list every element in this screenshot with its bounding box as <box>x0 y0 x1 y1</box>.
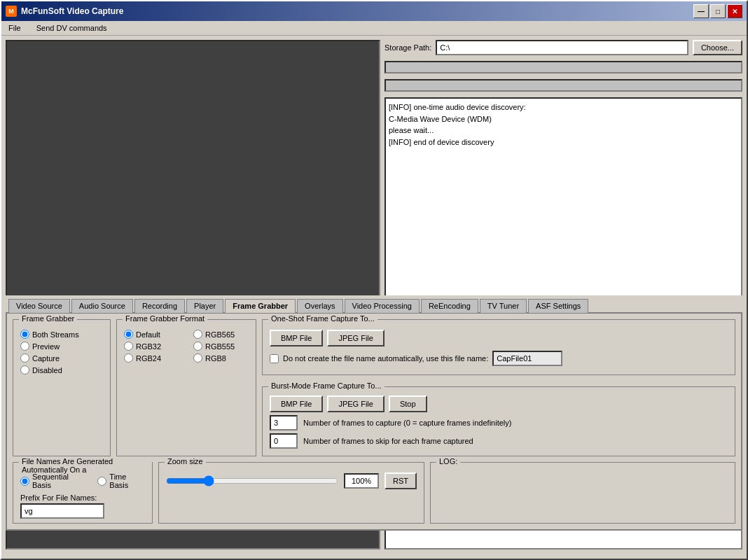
burst-title: Burst-Mode Frame Capture To... <box>268 382 385 390</box>
tab-frame-grabber[interactable]: Frame Grabber <box>225 299 296 313</box>
choose-button[interactable]: Choose... <box>693 40 742 55</box>
storage-path-input[interactable] <box>436 40 688 55</box>
capture-frames-row: Number of frames to capture (0 = capture… <box>270 415 728 430</box>
tab-content-frame-grabber: Frame Grabber Both Streams Preview Ca <box>6 312 742 531</box>
one-shot-checkbox-row: Do not create the file name automaticall… <box>270 351 728 366</box>
zoom-slider[interactable] <box>166 474 338 488</box>
radio-rgb555-input[interactable] <box>193 342 202 351</box>
radio-rgb24[interactable]: RGB24 <box>124 354 179 363</box>
radio-default[interactable]: Default <box>124 330 179 339</box>
zoom-box: Zoom size 100% RST <box>158 462 424 524</box>
prefix-label: Prefix For File Names: <box>20 493 145 502</box>
frames-skip-input[interactable] <box>270 433 298 449</box>
burst-bmp-button[interactable]: BMP File <box>270 396 323 412</box>
menu-bar: File Send DV commands <box>1 21 747 36</box>
window-title: McFunSoft Video Capture <box>21 6 693 16</box>
tab-video-processing[interactable]: Video Processing <box>345 299 420 313</box>
close-button[interactable]: ✕ <box>727 4 742 18</box>
burst-jpeg-button[interactable]: JPEG File <box>327 396 385 412</box>
menu-send-dv[interactable]: Send DV commands <box>32 22 111 34</box>
frame-grabber-options: Both Streams Preview Capture Disabl <box>20 330 103 374</box>
one-shot-box: One-Shot Frame Capture To... BMP File JP… <box>262 319 735 375</box>
prefix-input[interactable] <box>20 503 104 519</box>
tab-player[interactable]: Player <box>186 299 223 313</box>
burst-buttons: BMP File JPEG File Stop <box>270 396 728 412</box>
tabs-area: Video Source Audio Source Recording Play… <box>1 295 747 559</box>
filenames-box: File Names Are Generated Automatically O… <box>13 462 153 524</box>
bottom-row: File Names Are Generated Automatically O… <box>13 462 735 524</box>
radio-both-streams-input[interactable] <box>20 330 29 339</box>
prefix-area: Prefix For File Names: <box>20 493 145 519</box>
frame-grabber-title: Frame Grabber <box>19 314 77 323</box>
radio-rgb8[interactable]: RGB8 <box>193 354 249 363</box>
fg-top-row: Frame Grabber Both Streams Preview Ca <box>13 319 735 456</box>
minimize-button[interactable]: — <box>693 4 709 18</box>
filenames-options: Sequential Basis Time Basis <box>20 472 145 489</box>
tab-overlays[interactable]: Overlays <box>297 299 342 313</box>
one-shot-jpeg-button[interactable]: JPEG File <box>327 330 385 346</box>
tab-reencoding[interactable]: ReEncoding <box>421 299 478 313</box>
radio-disabled-input[interactable] <box>20 365 29 374</box>
radio-rgb565-input[interactable] <box>193 330 202 339</box>
one-shot-checkbox[interactable] <box>270 354 279 363</box>
zoom-percent: 100% <box>344 473 379 489</box>
radio-rgb555[interactable]: RGB555 <box>193 342 249 351</box>
radio-rgb565[interactable]: RGB565 <box>193 330 249 339</box>
log-bottom: LOG: <box>430 462 735 524</box>
one-shot-bmp-button[interactable]: BMP File <box>270 330 323 346</box>
main-window: M McFunSoft Video Capture — □ ✕ File Sen… <box>0 0 748 560</box>
radio-capture[interactable]: Capture <box>20 354 103 363</box>
radio-rgb8-input[interactable] <box>193 354 202 363</box>
radio-sequential[interactable]: Sequential Basis <box>20 472 86 489</box>
title-bar: M McFunSoft Video Capture — □ ✕ <box>1 1 747 21</box>
frames-capture-label: Number of frames to capture (0 = capture… <box>303 419 511 427</box>
tab-video-source[interactable]: Video Source <box>8 299 70 313</box>
frame-grabber-box: Frame Grabber Both Streams Preview Ca <box>13 319 111 456</box>
tab-bar: Video Source Audio Source Recording Play… <box>6 295 742 312</box>
one-shot-checkbox-label: Do not create the file name automaticall… <box>283 354 488 363</box>
app-icon: M <box>6 6 17 17</box>
radio-sequential-input[interactable] <box>20 477 29 486</box>
burst-mode-box: Burst-Mode Frame Capture To... BMP File … <box>262 386 735 456</box>
frame-format-title: Frame Grabber Format <box>123 314 207 323</box>
zoom-row: 100% RST <box>166 472 417 489</box>
menu-file[interactable]: File <box>4 22 25 34</box>
tab-recording[interactable]: Recording <box>134 299 185 313</box>
radio-preview-input[interactable] <box>20 342 29 351</box>
restore-button[interactable]: □ <box>710 4 726 18</box>
one-shot-title: One-Shot Frame Capture To... <box>268 314 378 323</box>
one-shot-filename-input[interactable] <box>492 351 562 366</box>
log-text: [INFO] one-time audio device discovery: … <box>389 103 526 146</box>
radio-time-basis[interactable]: Time Basis <box>97 472 145 489</box>
frame-format-box: Frame Grabber Format Default RGB565 R <box>116 319 256 456</box>
radio-rgb24-input[interactable] <box>124 354 133 363</box>
progress-bar-1 <box>385 61 742 74</box>
filenames-title: File Names Are Generated Automatically O… <box>19 457 152 474</box>
tab-tv-tuner[interactable]: TV Tuner <box>480 299 527 313</box>
radio-disabled[interactable]: Disabled <box>20 365 103 374</box>
log-bottom-title: LOG: <box>436 457 460 465</box>
storage-row: Storage Path: Choose... <box>385 40 742 55</box>
storage-label: Storage Path: <box>385 43 431 52</box>
window-controls: — □ ✕ <box>693 4 742 18</box>
right-capture-area: One-Shot Frame Capture To... BMP File JP… <box>262 319 735 456</box>
tab-audio-source[interactable]: Audio Source <box>71 299 133 313</box>
zoom-title: Zoom size <box>165 457 206 465</box>
radio-default-input[interactable] <box>124 330 133 339</box>
frames-skip-label: Number of frames to skip for each frame … <box>303 437 473 445</box>
radio-time-basis-input[interactable] <box>97 477 106 486</box>
skip-frames-row: Number of frames to skip for each frame … <box>270 433 728 449</box>
format-grid: Default RGB565 RGB32 RGB555 <box>124 330 249 363</box>
zoom-rst-button[interactable]: RST <box>385 472 417 489</box>
burst-stop-button[interactable]: Stop <box>389 396 427 412</box>
radio-both-streams[interactable]: Both Streams <box>20 330 103 339</box>
tab-asf-settings[interactable]: ASF Settings <box>528 299 588 313</box>
radio-capture-input[interactable] <box>20 354 29 363</box>
one-shot-buttons: BMP File JPEG File <box>270 330 728 346</box>
frames-capture-input[interactable] <box>270 415 298 430</box>
progress-bar-2 <box>385 79 742 92</box>
radio-preview[interactable]: Preview <box>20 342 103 351</box>
radio-rgb32[interactable]: RGB32 <box>124 342 179 351</box>
radio-rgb32-input[interactable] <box>124 342 133 351</box>
